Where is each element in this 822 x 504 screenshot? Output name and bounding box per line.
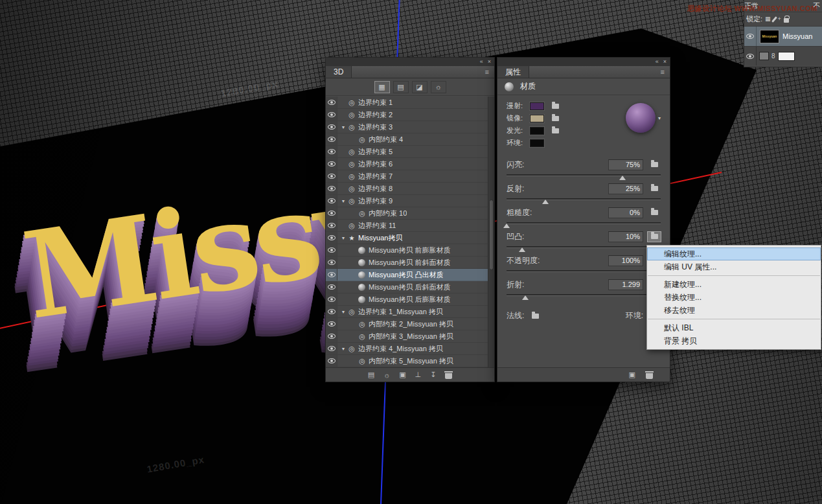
bump-value-field[interactable]: 10%	[608, 231, 643, 242]
move-to-ground-icon[interactable]: ↧	[430, 371, 436, 379]
tab-3d[interactable]: 3D	[326, 66, 352, 78]
panel-menu-icon[interactable]: ≡	[480, 68, 494, 76]
delete-button[interactable]	[646, 371, 653, 379]
refraction-slider-track[interactable]	[507, 292, 661, 299]
visibility-toggle[interactable]	[326, 330, 337, 342]
visibility-toggle[interactable]	[326, 232, 337, 244]
lock-all-icon[interactable]	[784, 18, 789, 23]
visibility-toggle[interactable]	[326, 195, 337, 207]
bump-slider-track[interactable]	[507, 244, 661, 251]
visibility-toggle[interactable]	[326, 109, 337, 120]
3d-constraint-item[interactable]: ◎ 边界约束 2	[326, 109, 494, 121]
ambient-color-swatch[interactable]	[530, 139, 544, 147]
visibility-toggle[interactable]	[744, 47, 757, 65]
opacity-slider-track[interactable]	[507, 268, 661, 275]
filter-lights-button[interactable]: ☼	[431, 81, 446, 93]
visibility-toggle[interactable]	[326, 133, 337, 145]
visibility-toggle[interactable]	[326, 306, 337, 317]
slider-thumb[interactable]	[503, 223, 510, 228]
3d-constraint-item[interactable]: ◎ 内部约束 4	[326, 133, 494, 146]
expander-icon[interactable]: ▼	[339, 199, 347, 203]
visibility-toggle[interactable]	[326, 269, 337, 281]
3d-material-item-selected[interactable]: Missyuan拷贝 凸出材质	[326, 269, 494, 281]
tab-properties[interactable]: 属性	[497, 66, 529, 78]
visibility-toggle[interactable]	[744, 27, 757, 46]
menu-item-new-texture[interactable]: 新建纹理...	[647, 278, 821, 291]
3d-constraint-item[interactable]: ▼ ◎ 边界约束 1_Missyuan 拷贝	[326, 306, 494, 318]
3d-material-item[interactable]: Missyuan拷贝 前斜面材质	[326, 257, 494, 269]
menu-item-remove-texture[interactable]: 移去纹理	[647, 304, 821, 317]
expander-icon[interactable]: ▼	[339, 236, 347, 240]
scrollbar[interactable]	[488, 97, 494, 367]
layer-name[interactable]: Missyuan	[782, 32, 812, 40]
3d-constraint-item[interactable]: ◎ 内部约束 10	[326, 207, 494, 220]
visibility-toggle[interactable]	[326, 146, 337, 157]
bump-texture-button-active[interactable]	[648, 232, 661, 242]
3d-constraint-item[interactable]: ▼ ◎ 边界约束 4_Missyuan 拷贝	[326, 343, 494, 355]
menu-item-edit-texture[interactable]: 编辑纹理...	[647, 247, 821, 260]
expander-icon[interactable]: ▼	[339, 310, 347, 314]
visibility-toggle[interactable]	[326, 207, 337, 219]
specular-color-swatch[interactable]	[530, 115, 544, 122]
3d-constraint-item[interactable]: ▼ ◎ 边界约束 9	[326, 195, 494, 207]
3d-constraint-item[interactable]: ◎ 边界约束 11	[326, 220, 494, 232]
shine-slider-track[interactable]	[507, 172, 661, 179]
lock-transparency-icon[interactable]: ▦	[765, 16, 771, 22]
collapse-panel-icon[interactable]: «	[480, 59, 483, 65]
clone-icon[interactable]: ▣	[629, 371, 635, 379]
visibility-toggle[interactable]	[326, 244, 337, 256]
slider-thumb[interactable]	[519, 247, 525, 252]
slider-thumb[interactable]	[619, 176, 626, 180]
diffuse-texture-button[interactable]	[549, 101, 562, 111]
3d-material-item[interactable]: Missyuan拷贝 后膨胀材质	[326, 293, 494, 306]
3d-constraint-item[interactable]: ◎ 内部约束 2_Missyuan 拷贝	[326, 318, 494, 330]
light-tool-icon[interactable]: ☼	[383, 371, 390, 379]
visibility-toggle[interactable]	[326, 355, 337, 367]
visibility-toggle[interactable]	[326, 97, 337, 108]
3d-mesh-group-item[interactable]: ▼ ★ Missyuan拷贝	[326, 232, 494, 244]
visibility-toggle[interactable]	[326, 121, 337, 133]
visibility-toggle[interactable]	[326, 343, 337, 354]
menu-item-edit-uv[interactable]: 编辑 UV 属性...	[647, 260, 821, 273]
lock-position-icon[interactable]: +	[778, 16, 781, 22]
3d-constraint-item[interactable]: ◎ 边界约束 8	[326, 183, 494, 195]
filter-meshes-button[interactable]: ▤	[393, 81, 409, 93]
layer-thumbnail-gray[interactable]	[759, 52, 769, 60]
layer-row[interactable]: 8	[744, 47, 822, 65]
visibility-toggle[interactable]	[326, 183, 337, 194]
lock-pixels-icon[interactable]	[771, 16, 777, 23]
menu-item-background-copy[interactable]: 背景 拷贝	[647, 334, 821, 347]
visibility-toggle[interactable]	[326, 318, 337, 330]
roughness-slider-track[interactable]	[507, 220, 661, 227]
specular-texture-button[interactable]	[549, 113, 562, 123]
visibility-toggle[interactable]	[326, 293, 337, 305]
chevron-down-icon[interactable]: ▾	[658, 115, 661, 121]
visibility-toggle[interactable]	[326, 220, 337, 231]
slider-thumb[interactable]	[542, 200, 549, 204]
material-preview[interactable]: ▾	[626, 103, 661, 133]
3d-constraint-item[interactable]: ◎ 边界约束 6	[326, 158, 494, 170]
collapse-panel-icon[interactable]: «	[656, 59, 659, 65]
visibility-toggle[interactable]	[326, 158, 337, 170]
3d-constraint-item[interactable]: ◎ 边界约束 7	[326, 170, 494, 183]
reflection-value-field[interactable]: 25%	[608, 183, 643, 194]
layer-mask-thumbnail[interactable]	[778, 52, 795, 61]
expander-icon[interactable]: ▼	[339, 125, 347, 130]
shine-texture-button[interactable]	[648, 160, 661, 170]
visibility-toggle[interactable]	[326, 257, 337, 268]
close-panel-icon[interactable]: ×	[663, 59, 667, 65]
layer-row-selected[interactable]: Missyuan Missyuan	[744, 27, 822, 47]
layer-thumbnail[interactable]: Missyuan	[760, 30, 779, 43]
opacity-value-field[interactable]: 100%	[608, 255, 643, 266]
3d-constraint-item[interactable]: ◎ 边界约束 1	[326, 97, 494, 109]
illumination-color-swatch[interactable]	[530, 127, 544, 135]
slider-thumb[interactable]	[522, 295, 529, 300]
3d-constraint-item[interactable]: ◎ 内部约束 5_Missyuan 拷贝	[326, 355, 494, 367]
filter-whole-scene-button[interactable]: ▦	[374, 81, 390, 93]
refraction-value-field[interactable]: 1.299	[608, 279, 643, 290]
3d-constraint-item[interactable]: ◎ 边界约束 5	[326, 146, 494, 158]
reflection-texture-button[interactable]	[648, 184, 661, 194]
scrollbar-thumb[interactable]	[489, 200, 494, 270]
panel-menu-icon[interactable]: ≡	[656, 68, 670, 76]
delete-button[interactable]	[445, 371, 452, 379]
